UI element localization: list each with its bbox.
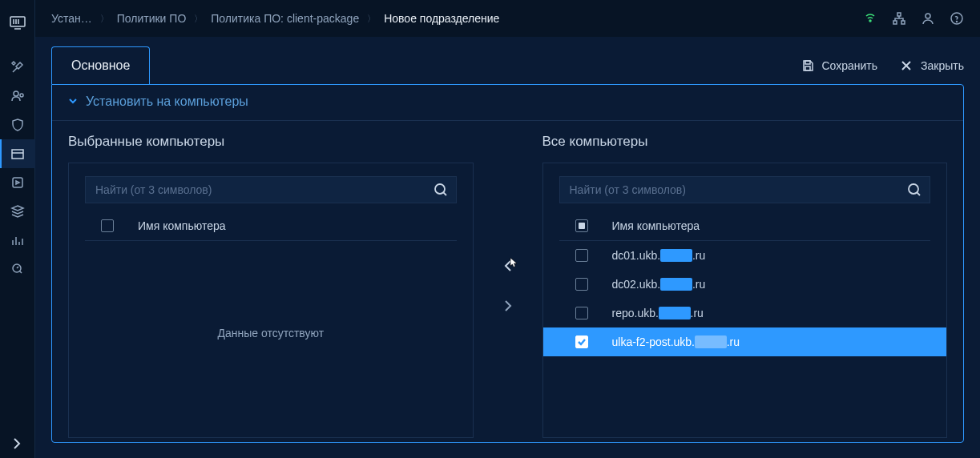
selected-computers-column: Выбранные компьютеры	[68, 134, 474, 438]
chevron-down-icon	[68, 95, 78, 108]
svg-rect-8	[893, 21, 897, 24]
row-checkbox[interactable]	[575, 249, 588, 262]
sidebar-item-scan[interactable]	[0, 255, 35, 283]
sidebar-item-analytics[interactable]	[0, 226, 35, 255]
select-all-checkbox[interactable]	[575, 219, 588, 232]
close-label: Закрыть	[921, 59, 964, 72]
all-computers-column: Все компьютеры	[542, 134, 948, 438]
computer-name: repo.ukb.████.ru	[612, 307, 704, 319]
svg-point-6	[869, 20, 871, 22]
breadcrumb-item-2[interactable]: Политика ПО: client-package	[211, 12, 359, 25]
row-checkbox[interactable]	[575, 278, 588, 291]
tabs: Основное	[51, 46, 150, 84]
selected-column-header: Имя компьютера	[138, 219, 226, 232]
search-icon[interactable]	[906, 182, 922, 200]
sidebar	[0, 0, 35, 458]
selected-search-input[interactable]	[85, 176, 457, 203]
chevron-right-icon: 〉	[100, 13, 109, 25]
sidebar-item-security[interactable]	[0, 110, 35, 139]
svg-rect-4	[13, 178, 22, 187]
breadcrumbs: Устан… 〉 Политики ПО 〉 Политика ПО: clie…	[51, 12, 863, 25]
svg-rect-9	[901, 21, 905, 24]
computer-row[interactable]: repo.ukb.████.ru	[543, 299, 947, 327]
svg-point-15	[435, 184, 445, 194]
save-icon	[801, 59, 814, 72]
row-checkbox[interactable]	[575, 307, 588, 319]
breadcrumb-item-3: Новое подразделение	[384, 12, 499, 25]
computer-name: dc02.ukb.████.ru	[612, 278, 706, 291]
user-icon[interactable]	[921, 11, 935, 26]
sidebar-item-users[interactable]	[0, 82, 35, 110]
save-button[interactable]: Сохранить	[801, 59, 878, 72]
move-left-button[interactable]	[498, 258, 518, 274]
computer-name: dc01.ukb.████.ru	[612, 249, 706, 262]
computer-row[interactable]: dc02.ukb.████.ru	[543, 270, 947, 299]
all-search-input[interactable]	[559, 176, 931, 203]
top-header: Устан… 〉 Политики ПО 〉 Политика ПО: clie…	[35, 0, 980, 37]
all-column-title: Все компьютеры	[542, 134, 948, 150]
sidebar-item-packages[interactable]	[0, 139, 35, 168]
section-title: Установить на компьютеры	[86, 94, 248, 109]
svg-rect-13	[805, 61, 810, 64]
chevron-right-icon: 〉	[367, 13, 376, 25]
computer-row[interactable]: dc01.ukb.████.ru	[543, 241, 947, 270]
sidebar-expand[interactable]	[0, 429, 35, 458]
selected-column-title: Выбранные компьютеры	[68, 134, 474, 150]
breadcrumb-item-0[interactable]: Устан…	[51, 12, 92, 25]
sidebar-item-deploy[interactable]	[0, 168, 35, 197]
sidebar-item-tools[interactable]	[0, 53, 35, 82]
breadcrumb-item-1[interactable]: Политики ПО	[117, 12, 187, 25]
svg-point-2	[20, 94, 23, 97]
app-logo[interactable]	[0, 8, 35, 37]
section-header[interactable]: Установить на компьютеры	[52, 90, 963, 121]
save-label: Сохранить	[822, 59, 878, 72]
signal-icon[interactable]	[863, 11, 877, 26]
help-icon[interactable]	[950, 11, 964, 26]
main-panel: Установить на компьютеры Выбранные компь…	[51, 84, 964, 443]
svg-rect-3	[12, 150, 23, 159]
empty-state: Данные отсутствуют	[69, 241, 473, 424]
svg-point-12	[957, 22, 958, 22]
close-button[interactable]: Закрыть	[900, 59, 964, 72]
select-all-checkbox[interactable]	[101, 219, 114, 232]
svg-rect-7	[897, 13, 901, 16]
sidebar-item-layers[interactable]	[0, 197, 35, 226]
network-icon[interactable]	[892, 11, 906, 26]
row-checkbox[interactable]	[575, 335, 588, 348]
computer-row[interactable]: ulka-f2-post.ukb.████.ru	[543, 327, 947, 356]
svg-point-10	[926, 14, 930, 18]
chevron-right-icon: 〉	[194, 13, 203, 25]
tab-main[interactable]: Основное	[51, 46, 150, 84]
svg-point-16	[909, 184, 918, 194]
svg-point-1	[14, 91, 18, 96]
close-icon	[900, 59, 913, 72]
svg-rect-0	[10, 17, 25, 26]
move-right-button[interactable]	[498, 298, 518, 314]
svg-rect-14	[805, 66, 810, 70]
all-column-header: Имя компьютера	[612, 219, 700, 232]
search-icon[interactable]	[433, 182, 449, 200]
computer-name: ulka-f2-post.ukb.████.ru	[612, 335, 740, 348]
